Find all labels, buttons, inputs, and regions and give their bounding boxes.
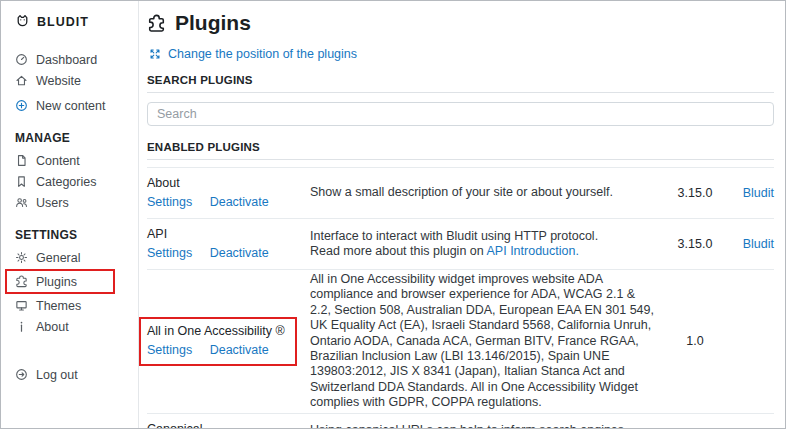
- plugin-name: About: [147, 175, 310, 191]
- change-position-link[interactable]: Change the position of the plugins: [149, 47, 774, 61]
- sidebar-item-plugins[interactable]: Plugins: [15, 271, 109, 292]
- api-introduction-link[interactable]: API Introduction.: [487, 244, 579, 258]
- sidebar-item-label: Website: [36, 74, 81, 88]
- plugins-table: About Settings Deactivate Show a small d…: [147, 167, 774, 428]
- sidebar-item-label: New content: [36, 99, 105, 113]
- page-title: Plugins: [175, 11, 251, 35]
- highlight-box-sidebar-plugins: Plugins: [5, 269, 115, 294]
- sidebar-item-categories[interactable]: Categories: [15, 171, 132, 192]
- sidebar-item-label: About: [36, 320, 69, 334]
- settings-link[interactable]: Settings: [147, 343, 192, 357]
- plugin-version: 3.15.0: [666, 168, 724, 219]
- table-row-about: About Settings Deactivate Show a small d…: [147, 168, 774, 219]
- bludit-cat-icon: [15, 14, 30, 29]
- sidebar-item-label: Content: [36, 154, 80, 168]
- deactivate-link[interactable]: Deactivate: [210, 343, 269, 357]
- plugin-version: 3.15.0: [666, 219, 724, 270]
- gear-icon: [15, 251, 28, 264]
- search-input[interactable]: [147, 102, 774, 126]
- sidebar-item-label: Themes: [36, 299, 81, 313]
- sidebar-item-logout[interactable]: Log out: [15, 364, 132, 385]
- home-icon: [15, 74, 28, 87]
- table-row-api: API Settings Deactivate Interface to int…: [147, 219, 774, 270]
- plugin-description: Interface to interact with Bludit using …: [310, 219, 666, 270]
- highlight-box-all-in-one: All in One Accessibility ® Settings Deac…: [139, 317, 297, 366]
- deactivate-link[interactable]: Deactivate: [210, 195, 269, 209]
- sidebar-item-website[interactable]: Website: [15, 70, 132, 91]
- table-row-canonical: Canonical Deactivate Using canonical URL…: [147, 413, 774, 428]
- sidebar-item-label: Categories: [36, 175, 96, 189]
- sidebar-item-label: Dashboard: [36, 53, 97, 67]
- users-icon: [15, 196, 28, 209]
- bludit-logo[interactable]: BLUDIT: [15, 14, 132, 29]
- plugin-name: Canonical: [147, 421, 310, 428]
- sidebar-item-dashboard[interactable]: Dashboard: [15, 49, 132, 70]
- main-content: Plugins Change the position of the plugi…: [139, 1, 785, 428]
- settings-link[interactable]: Settings: [147, 195, 192, 209]
- bookmark-icon: [15, 175, 28, 188]
- sidebar-item-users[interactable]: Users: [15, 192, 132, 213]
- vendor-link[interactable]: Bludit: [743, 186, 774, 200]
- deactivate-link[interactable]: Deactivate: [210, 246, 269, 260]
- plugin-description: Using canonical URLs can help to inform …: [310, 413, 666, 428]
- file-icon: [15, 154, 28, 167]
- plugin-version: 1.0: [666, 270, 724, 414]
- sidebar-item-label: Log out: [36, 368, 78, 382]
- plugin-name: API: [147, 226, 310, 242]
- settings-link[interactable]: Settings: [147, 246, 192, 260]
- sidebar-item-about[interactable]: About: [15, 316, 132, 337]
- plugin-name: All in One Accessibility ®: [147, 323, 285, 339]
- sidebar-item-label: General: [36, 251, 80, 265]
- sidebar: BLUDIT Dashboard Website New content MAN…: [1, 1, 139, 428]
- plugin-description: Show a small description of your site or…: [310, 168, 666, 219]
- sidebar-item-general[interactable]: General: [15, 247, 132, 268]
- sidebar-heading-settings: SETTINGS: [15, 228, 132, 242]
- arrows-move-icon: [149, 48, 161, 60]
- puzzle-icon: [15, 275, 28, 288]
- search-plugins-heading: SEARCH PLUGINS: [147, 74, 774, 93]
- dashboard-icon: [15, 53, 28, 66]
- logout-icon: [15, 368, 28, 381]
- puzzle-icon: [147, 14, 166, 33]
- table-row-all-in-one-accessibility: All in One Accessibility ® Settings Deac…: [147, 270, 774, 414]
- enabled-plugins-heading: ENABLED PLUGINS: [147, 141, 774, 160]
- info-icon: [15, 320, 28, 333]
- sidebar-item-content[interactable]: Content: [15, 150, 132, 171]
- sidebar-item-label: Users: [36, 196, 69, 210]
- display-icon: [15, 299, 28, 312]
- bludit-admin-window: BLUDIT Dashboard Website New content MAN…: [0, 0, 786, 429]
- logo-text: BLUDIT: [37, 15, 89, 29]
- vendor-link[interactable]: Bludit: [743, 237, 774, 251]
- sidebar-heading-manage: MANAGE: [15, 131, 132, 145]
- plugin-version: 3.15.0: [666, 413, 724, 428]
- plus-circle-icon: [15, 99, 28, 112]
- sidebar-item-themes[interactable]: Themes: [15, 295, 132, 316]
- sidebar-item-new-content[interactable]: New content: [15, 95, 132, 116]
- plugin-description: All in One Accessibility widget improves…: [310, 270, 666, 414]
- sidebar-item-label: Plugins: [36, 275, 77, 289]
